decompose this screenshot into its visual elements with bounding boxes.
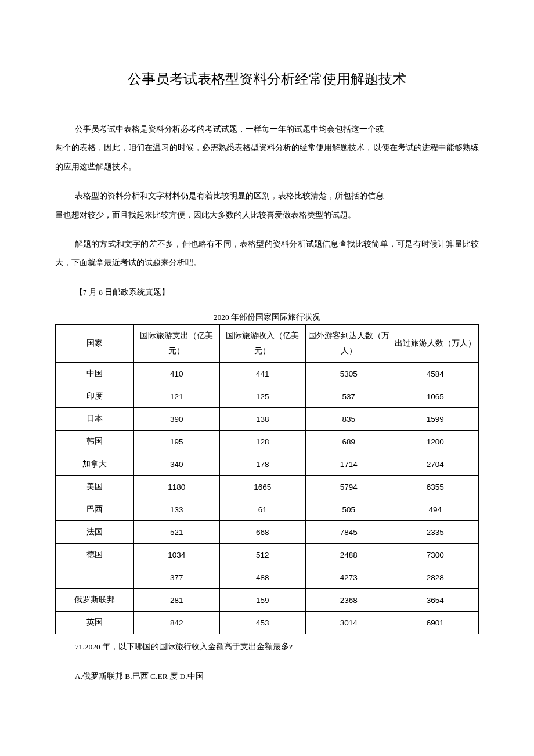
cell-country: 巴西	[56, 498, 134, 521]
cell-country: 印度	[56, 385, 134, 408]
cell-value: 6901	[392, 612, 478, 634]
cell-value: 159	[219, 589, 305, 612]
cell-country: 德国	[56, 544, 134, 566]
header-outbound: 出过旅游人数（万人）	[392, 325, 478, 363]
cell-value: 128	[219, 431, 305, 453]
table-row: 韩国1951286891200	[56, 431, 479, 453]
cell-country	[56, 566, 134, 589]
paragraph-4-text: 【7 月 8 日邮政系统真题】	[55, 283, 479, 302]
question-text: 71.2020 年，以下哪国的国际旅行收入金额高于支出金额最多?	[55, 638, 479, 656]
cell-value: 125	[219, 385, 305, 408]
cell-value: 453	[219, 612, 305, 634]
paragraph-2: 表格型的资料分析和文字材料仍是有着比较明显的区别，表格比较清楚，所包括的信息 量…	[55, 187, 479, 225]
options-block: A.俄罗斯联邦 B.巴西 C.ER 度 D.中国	[55, 667, 479, 686]
table-row: 英国84245330146901	[56, 612, 479, 634]
cell-value: 1200	[392, 431, 478, 453]
cell-value: 2335	[392, 521, 478, 544]
cell-value: 2828	[392, 566, 478, 589]
cell-value: 2488	[305, 544, 392, 566]
cell-value: 195	[134, 431, 219, 453]
cell-value: 410	[134, 363, 219, 385]
cell-value: 138	[219, 408, 305, 431]
cell-value: 7845	[305, 521, 392, 544]
table-row: 印度1211255371065	[56, 385, 479, 408]
cell-value: 537	[305, 385, 392, 408]
cell-value: 3654	[392, 589, 478, 612]
cell-value: 7300	[392, 544, 478, 566]
cell-value: 1599	[392, 408, 478, 431]
cell-value: 3014	[305, 612, 392, 634]
paragraph-2b: 量也想对较少，而且找起来比较方便，因此大多数的人比较喜爱做表格类型的试题。	[55, 206, 479, 225]
cell-value: 340	[134, 453, 219, 476]
cell-value: 1180	[134, 476, 219, 498]
cell-country: 俄罗斯联邦	[56, 589, 134, 612]
cell-value: 1065	[392, 385, 478, 408]
cell-country: 日本	[56, 408, 134, 431]
cell-country: 中国	[56, 363, 134, 385]
header-income: 国际旅游收入（亿美元）	[219, 325, 305, 363]
cell-value: 5305	[305, 363, 392, 385]
cell-value: 178	[219, 453, 305, 476]
cell-value: 1665	[219, 476, 305, 498]
cell-value: 6355	[392, 476, 478, 498]
cell-country: 英国	[56, 612, 134, 634]
header-expenditure: 国际旅游支出（亿美元）	[134, 325, 219, 363]
cell-country: 加拿大	[56, 453, 134, 476]
cell-value: 121	[134, 385, 219, 408]
header-country: 国家	[56, 325, 134, 363]
table-row: 37748842732828	[56, 566, 479, 589]
cell-value: 2368	[305, 589, 392, 612]
cell-value: 1714	[305, 453, 392, 476]
document-page: 公事员考试表格型资料分析经常使用解题技术 公事员考试中表格是资料分析必考的考试试…	[0, 0, 534, 731]
cell-country: 韩国	[56, 431, 134, 453]
cell-value: 2704	[392, 453, 478, 476]
page-title: 公事员考试表格型资料分析经常使用解题技术	[55, 70, 479, 88]
data-table: 国家 国际旅游支出（亿美元） 国际旅游收入（亿美元） 国外游客到达人数（万人） …	[55, 324, 479, 634]
cell-value: 521	[134, 521, 219, 544]
cell-value: 842	[134, 612, 219, 634]
cell-value: 689	[305, 431, 392, 453]
table-title: 2020 年部份国家国际旅行状况	[55, 312, 479, 323]
cell-country: 法国	[56, 521, 134, 544]
cell-value: 281	[134, 589, 219, 612]
table-row: 俄罗斯联邦28115923683654	[56, 589, 479, 612]
table-row: 法国52166878452335	[56, 521, 479, 544]
table-header-row: 国家 国际旅游支出（亿美元） 国际旅游收入（亿美元） 国外游客到达人数（万人） …	[56, 325, 479, 363]
paragraph-1: 公事员考试中表格是资料分析必考的考试试题，一样每一年的试题中均会包括这一个或 两…	[55, 120, 479, 176]
cell-value: 505	[305, 498, 392, 521]
cell-value: 441	[219, 363, 305, 385]
table-row: 加拿大34017817142704	[56, 453, 479, 476]
table-row: 巴西13361505494	[56, 498, 479, 521]
cell-value: 4273	[305, 566, 392, 589]
paragraph-3: 解题的方式和文字的差不多，但也略有不同，表格型的资料分析试题信息查找比较简单，可…	[55, 235, 479, 273]
paragraph-2a: 表格型的资料分析和文字材料仍是有着比较明显的区别，表格比较清楚，所包括的信息	[55, 187, 479, 205]
cell-value: 377	[134, 566, 219, 589]
paragraph-4: 【7 月 8 日邮政系统真题】	[55, 283, 479, 302]
table-row: 中国41044153054584	[56, 363, 479, 385]
cell-value: 61	[219, 498, 305, 521]
cell-value: 1034	[134, 544, 219, 566]
cell-value: 5794	[305, 476, 392, 498]
cell-country: 美国	[56, 476, 134, 498]
paragraph-3-text: 解题的方式和文字的差不多，但也略有不同，表格型的资料分析试题信息查找比较简单，可…	[55, 235, 479, 273]
options-text: A.俄罗斯联邦 B.巴西 C.ER 度 D.中国	[55, 667, 479, 686]
paragraph-1a: 公事员考试中表格是资料分析必考的考试试题，一样每一年的试题中均会包括这一个或	[55, 120, 479, 139]
table-row: 美国1180166557946355	[56, 476, 479, 498]
table-body: 中国41044153054584 印度1211255371065 日本39013…	[56, 363, 479, 634]
question-block: 71.2020 年，以下哪国的国际旅行收入金额高于支出金额最多?	[55, 638, 479, 656]
cell-value: 133	[134, 498, 219, 521]
cell-value: 4584	[392, 363, 478, 385]
cell-value: 668	[219, 521, 305, 544]
cell-value: 488	[219, 566, 305, 589]
header-arrivals: 国外游客到达人数（万人）	[305, 325, 392, 363]
paragraph-1b: 两个的表格，因此，咱们在温习的时候，必需熟悉表格型资料分析的经常使用解题技术，以…	[55, 139, 479, 176]
cell-value: 390	[134, 408, 219, 431]
table-row: 日本3901388351599	[56, 408, 479, 431]
cell-value: 835	[305, 408, 392, 431]
cell-value: 494	[392, 498, 478, 521]
table-row: 德国103451224887300	[56, 544, 479, 566]
cell-value: 512	[219, 544, 305, 566]
